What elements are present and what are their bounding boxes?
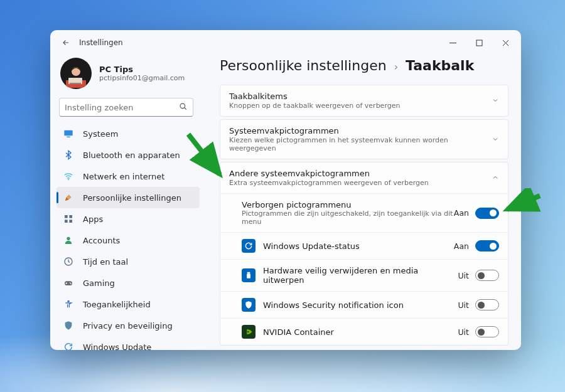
- app-icon: [242, 239, 256, 253]
- time-icon: [63, 256, 74, 267]
- sidebar-item-privacy[interactable]: Privacy en beveiliging: [56, 315, 200, 336]
- sidebar-item-label: Privacy en beveiliging: [83, 321, 173, 331]
- sidebar-item-apps[interactable]: Apps: [56, 208, 200, 230]
- sidebar-item-label: Tijd en taal: [83, 257, 128, 267]
- settings-window: Instellingen PC Tips: [50, 30, 521, 350]
- toggle-row: Windows Update-status Aan: [220, 232, 508, 259]
- breadcrumb-parent[interactable]: Persoonlijke instellingen: [220, 58, 387, 73]
- window-title: Instellingen: [79, 38, 439, 47]
- toggle-state-text: Aan: [454, 208, 469, 218]
- section-subtitle: Extra systeemvakpictogrammen weergeven o…: [229, 179, 492, 187]
- sidebar-item-personalize[interactable]: Persoonlijke instellingen: [56, 187, 200, 208]
- svg-rect-12: [69, 220, 72, 223]
- accounts-icon: [63, 235, 74, 246]
- window-controls: [439, 33, 519, 53]
- system-icon: [63, 128, 74, 139]
- gaming-icon: [63, 277, 74, 289]
- toggle-switch[interactable]: [475, 240, 499, 252]
- network-icon: [63, 171, 74, 182]
- toggle-switch[interactable]: [475, 208, 499, 219]
- sidebar: PC Tips pctipsinfo01@gmail.com SysteemBl…: [50, 55, 207, 350]
- update-icon: [63, 341, 74, 350]
- toggle-state-text: Aan: [454, 241, 469, 251]
- svg-point-13: [67, 237, 70, 240]
- sidebar-item-accounts[interactable]: Accounts: [56, 230, 200, 251]
- toggle-switch[interactable]: [475, 270, 499, 281]
- sidebar-item-bluetooth[interactable]: Bluetooth en apparaten: [56, 144, 200, 166]
- toggle-subtitle: Pictogrammen die zijn uitgeschakeld, zij…: [242, 209, 454, 226]
- privacy-icon: [63, 320, 74, 331]
- section-title: Taakbalkitems: [229, 92, 492, 101]
- sidebar-item-label: Windows Update: [83, 342, 151, 351]
- svg-point-17: [70, 283, 72, 284]
- svg-rect-20: [247, 274, 250, 278]
- breadcrumb-sep-icon: ›: [394, 61, 398, 73]
- svg-rect-19: [247, 272, 250, 274]
- accessibility-icon: [63, 299, 74, 310]
- main-content: Persoonlijke instellingen › Taakbalk Taa…: [207, 55, 521, 350]
- avatar: [60, 58, 92, 89]
- sidebar-item-time[interactable]: Tijd en taal: [56, 251, 200, 272]
- svg-point-16: [70, 282, 71, 283]
- toggle-label: Windows Update-status: [263, 241, 454, 251]
- sidebar-item-label: Bluetooth en apparaten: [83, 151, 180, 160]
- toggle-state-text: Uit: [458, 271, 469, 280]
- toggle-row: NVIDIA Container Uit: [220, 318, 508, 345]
- toggle-row: Windows Security notification icon Uit: [220, 291, 508, 318]
- nav-list: SysteemBluetooth en apparatenNetwerk en …: [50, 123, 202, 350]
- personalize-icon: [63, 192, 74, 203]
- toggle-switch[interactable]: [475, 326, 499, 337]
- sidebar-item-label: Persoonlijke instellingen: [83, 193, 181, 203]
- sidebar-item-label: Gaming: [83, 278, 115, 288]
- profile-name: PC Tips: [99, 65, 185, 74]
- svg-point-21: [247, 331, 249, 333]
- sidebar-item-update[interactable]: Windows Update: [56, 336, 200, 350]
- section-subtitle: Knoppen op de taakbalk weergeven of verb…: [229, 102, 492, 110]
- svg-rect-0: [476, 40, 482, 46]
- chevron-down-icon: [492, 95, 499, 107]
- back-button[interactable]: [59, 36, 73, 50]
- toggle-label: NVIDIA Container: [263, 327, 458, 337]
- app-icon: [242, 325, 256, 339]
- sidebar-item-label: Apps: [83, 215, 103, 224]
- sidebar-item-network[interactable]: Netwerk en internet: [56, 166, 200, 187]
- close-button[interactable]: [492, 33, 519, 53]
- apps-icon: [63, 213, 74, 225]
- bluetooth-icon: [63, 149, 74, 161]
- svg-point-5: [180, 103, 185, 109]
- sidebar-item-label: Systeem: [83, 129, 118, 139]
- chevron-down-icon: [492, 134, 499, 146]
- toggle-state-text: Uit: [458, 300, 469, 310]
- minimize-button[interactable]: [439, 33, 466, 53]
- toggle-row: Hardware veilig verwijderen en media uit…: [220, 259, 508, 291]
- search-input[interactable]: [65, 103, 179, 112]
- toggle-switch[interactable]: [475, 299, 499, 310]
- chevron-up-icon: [492, 172, 499, 184]
- sidebar-item-label: Netwerk en internet: [83, 172, 164, 181]
- profile-email: pctipsinfo01@gmail.com: [99, 74, 185, 82]
- svg-rect-9: [65, 215, 68, 218]
- maximize-button[interactable]: [466, 33, 492, 53]
- section-subtitle: Kiezen welke pictogrammen in het systeem…: [229, 136, 492, 152]
- breadcrumb: Persoonlijke instellingen › Taakbalk: [220, 55, 508, 85]
- sidebar-item-system[interactable]: Systeem: [56, 123, 200, 144]
- toggle-row: Verborgen pictogrammenu Pictogrammen die…: [220, 193, 508, 232]
- toggle-label: Hardware veilig verwijderen en media uit…: [263, 266, 458, 285]
- profile-block[interactable]: PC Tips pctipsinfo01@gmail.com: [50, 55, 202, 98]
- settings-section: Andere systeemvakpictogrammen Extra syst…: [220, 162, 508, 346]
- sidebar-item-accessibility[interactable]: Toegankelijkheid: [56, 294, 200, 315]
- sidebar-item-label: Accounts: [83, 236, 120, 245]
- sidebar-item-gaming[interactable]: Gaming: [56, 272, 200, 294]
- breadcrumb-current: Taakbalk: [406, 58, 474, 73]
- toggle-label: Verborgen pictogrammenu: [242, 200, 454, 209]
- svg-rect-10: [69, 215, 72, 218]
- section-header[interactable]: Taakbalkitems Knoppen op de taakbalk wee…: [220, 85, 508, 116]
- svg-rect-11: [65, 220, 68, 223]
- search-box[interactable]: [59, 98, 193, 117]
- toggle-state-text: Uit: [458, 327, 469, 337]
- section-header[interactable]: Andere systeemvakpictogrammen Extra syst…: [220, 162, 508, 193]
- section-title: Systeemvakpictogrammen: [229, 126, 492, 135]
- svg-point-18: [67, 300, 69, 302]
- section-header[interactable]: Systeemvakpictogrammen Kiezen welke pict…: [220, 120, 508, 159]
- app-icon: [242, 268, 256, 282]
